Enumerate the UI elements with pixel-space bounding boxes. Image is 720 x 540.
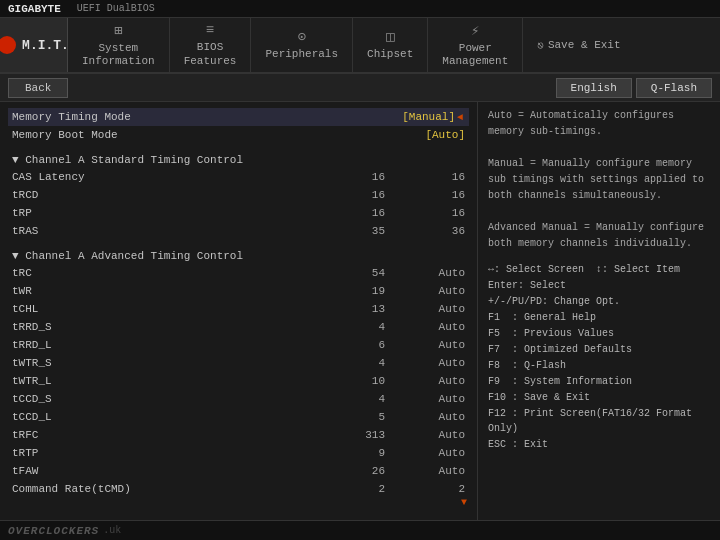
tab-system-information[interactable]: ⊞ SystemInformation (68, 18, 170, 72)
setting-val1-twtr-s: 4 (325, 357, 385, 369)
setting-twtr-l[interactable]: tWTR_L 10 Auto (8, 372, 469, 390)
setting-name-trc: tRC (12, 267, 325, 279)
setting-tccd-l[interactable]: tCCD_L 5 Auto (8, 408, 469, 426)
tab-chipset[interactable]: ◫ Chipset (353, 18, 428, 72)
keys-section: ↔: Select Screen ↕: Select Item Enter: S… (488, 262, 710, 452)
overclockers-url: .uk (103, 525, 121, 536)
setting-val1-twr: 19 (325, 285, 385, 297)
setting-name-command-rate: Command Rate(tCMD) (12, 483, 325, 495)
mit-label: M.I.T. (22, 38, 69, 53)
setting-val-memory-boot-mode: [Auto] (365, 129, 465, 141)
nav-bar: M.I.T. ⊞ SystemInformation ≡ BIOSFeature… (0, 18, 720, 74)
setting-val2-trc: Auto (385, 267, 465, 279)
setting-name-twtr-s: tWTR_S (12, 357, 325, 369)
language-button[interactable]: English (556, 78, 632, 98)
right-panel: Auto = Automatically configures memory s… (478, 102, 720, 520)
setting-val2-tccd-s: Auto (385, 393, 465, 405)
uefi-label: UEFI DualBIOS (77, 3, 155, 14)
setting-name-trfc: tRFC (12, 429, 325, 441)
setting-val2-command-rate: 2 (385, 483, 465, 495)
setting-cas-latency[interactable]: CAS Latency 16 16 (8, 168, 469, 186)
setting-val1-trrd-l: 6 (325, 339, 385, 351)
nav-tabs: ⊞ SystemInformation ≡ BIOSFeatures ⊙ Per… (68, 18, 720, 72)
bottom-bar: OVERCLOCKERS .uk (0, 520, 720, 540)
setting-memory-boot-mode[interactable]: Memory Boot Mode [Auto] (8, 126, 469, 144)
setting-memory-timing-mode[interactable]: Memory Timing Mode [Manual] ◄ (8, 108, 469, 126)
key-f1: F1 : General Help (488, 310, 710, 325)
tab-chipset-label: Chipset (367, 48, 413, 61)
arrow-memory-timing-mode: ◄ (457, 112, 465, 123)
tab-bios-features[interactable]: ≡ BIOSFeatures (170, 18, 252, 72)
scroll-down-arrow: ▼ (8, 498, 469, 506)
setting-tchl[interactable]: tCHL 13 Auto (8, 300, 469, 318)
mit-button[interactable]: M.I.T. (0, 18, 68, 72)
setting-val2-trtp: Auto (385, 447, 465, 459)
section-channel-a-standard: ▼ Channel A Standard Timing Control (8, 150, 469, 168)
section-channel-a-advanced: ▼ Channel A Advanced Timing Control (8, 246, 469, 264)
setting-val2-trrd-s: Auto (385, 321, 465, 333)
setting-val1-tccd-s: 4 (325, 393, 385, 405)
setting-tccd-s[interactable]: tCCD_S 4 Auto (8, 390, 469, 408)
key-select-screen: ↔: Select Screen ↕: Select Item (488, 262, 710, 277)
setting-val1-trfc: 313 (325, 429, 385, 441)
power-icon: ⚡ (471, 22, 479, 39)
sub-nav: Back English Q-Flash (0, 74, 720, 102)
setting-trp[interactable]: tRP 16 16 (8, 204, 469, 222)
key-esc: ESC : Exit (488, 437, 710, 452)
setting-val1-tras: 35 (325, 225, 385, 237)
setting-trrd-s[interactable]: tRRD_S 4 Auto (8, 318, 469, 336)
setting-val2-tchl: Auto (385, 303, 465, 315)
key-f5: F5 : Previous Values (488, 326, 710, 341)
setting-twr[interactable]: tWR 19 Auto (8, 282, 469, 300)
back-button[interactable]: Back (8, 78, 68, 98)
setting-trtp[interactable]: tRTP 9 Auto (8, 444, 469, 462)
setting-command-rate[interactable]: Command Rate(tCMD) 2 2 (8, 480, 469, 498)
qflash-button[interactable]: Q-Flash (636, 78, 712, 98)
setting-name-tccd-l: tCCD_L (12, 411, 325, 423)
setting-val1-cas-latency: 16 (325, 171, 385, 183)
setting-val-memory-timing-mode: [Manual] (355, 111, 455, 123)
key-change-opt: +/-/PU/PD: Change Opt. (488, 294, 710, 309)
setting-trc[interactable]: tRC 54 Auto (8, 264, 469, 282)
help-description: Auto = Automatically configures memory s… (488, 108, 710, 252)
setting-twtr-s[interactable]: tWTR_S 4 Auto (8, 354, 469, 372)
setting-val1-trc: 54 (325, 267, 385, 279)
setting-val2-twtr-l: Auto (385, 375, 465, 387)
key-f9: F9 : System Information (488, 374, 710, 389)
overclockers-logo: OVERCLOCKERS (8, 525, 99, 537)
setting-name-twtr-l: tWTR_L (12, 375, 325, 387)
system-information-icon: ⊞ (114, 22, 122, 39)
setting-name-tchl: tCHL (12, 303, 325, 315)
setting-name-trrd-s: tRRD_S (12, 321, 325, 333)
setting-name-trcd: tRCD (12, 189, 325, 201)
tab-system-information-label: SystemInformation (82, 42, 155, 68)
tab-save-exit-label: Save & Exit (548, 39, 621, 51)
setting-name-twr: tWR (12, 285, 325, 297)
brand-label: GIGABYTE (8, 3, 61, 15)
tab-peripherals[interactable]: ⊙ Peripherals (251, 18, 353, 72)
setting-name-trrd-l: tRRD_L (12, 339, 325, 351)
setting-val1-tchl: 13 (325, 303, 385, 315)
key-enter: Enter: Select (488, 278, 710, 293)
tab-power-management[interactable]: ⚡ PowerManagement (428, 18, 523, 72)
setting-val2-tras: 36 (385, 225, 465, 237)
setting-val2-twtr-s: Auto (385, 357, 465, 369)
setting-tras[interactable]: tRAS 35 36 (8, 222, 469, 240)
setting-val1-trtp: 9 (325, 447, 385, 459)
setting-val1-twtr-l: 10 (325, 375, 385, 387)
setting-trrd-l[interactable]: tRRD_L 6 Auto (8, 336, 469, 354)
mit-dot (0, 36, 16, 54)
main-content: Memory Timing Mode [Manual] ◄ Memory Boo… (0, 102, 720, 520)
setting-name-trp: tRP (12, 207, 325, 219)
setting-tfaw[interactable]: tFAW 26 Auto (8, 462, 469, 480)
setting-trfc[interactable]: tRFC 313 Auto (8, 426, 469, 444)
key-f7: F7 : Optimized Defaults (488, 342, 710, 357)
left-panel: Memory Timing Mode [Manual] ◄ Memory Boo… (0, 102, 478, 520)
setting-name-cas-latency: CAS Latency (12, 171, 325, 183)
peripherals-icon: ⊙ (298, 28, 306, 45)
tab-save-exit[interactable]: ⎋ Save & Exit (523, 18, 634, 72)
tab-peripherals-label: Peripherals (265, 48, 338, 61)
setting-trcd[interactable]: tRCD 16 16 (8, 186, 469, 204)
top-bar: GIGABYTE UEFI DualBIOS (0, 0, 720, 18)
bios-features-icon: ≡ (206, 22, 214, 38)
